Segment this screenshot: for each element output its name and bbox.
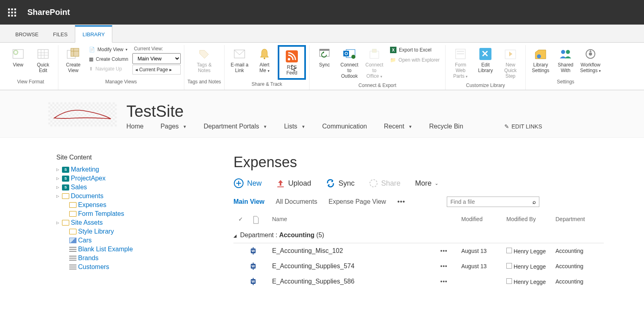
item-menu[interactable]: ••• bbox=[440, 278, 448, 285]
quick-edit-label: Quick Edit bbox=[37, 62, 50, 73]
tab-library[interactable]: LIBRARY bbox=[75, 25, 112, 43]
navigate-up-button[interactable]: ⬆Navigate Up bbox=[87, 64, 131, 73]
table-row[interactable]: E_Accounting_Supplies_574•••August 13 He… bbox=[233, 259, 604, 274]
current-page-label: Current Page bbox=[139, 67, 168, 72]
edit-library-button[interactable]: Edit Library bbox=[474, 45, 497, 75]
nav-department-portals[interactable]: Department Portals▼ bbox=[204, 123, 267, 130]
sync-action-button[interactable]: Sync bbox=[326, 179, 355, 188]
create-view-label: Create View bbox=[66, 62, 80, 73]
group-settings: Settings bbox=[557, 77, 574, 85]
edit-links[interactable]: ✎EDIT LINKS bbox=[504, 123, 542, 130]
nav-home[interactable]: Home bbox=[126, 123, 144, 130]
col-name[interactable]: Name bbox=[272, 216, 436, 225]
row-checkbox[interactable] bbox=[506, 263, 512, 269]
app-launcher[interactable] bbox=[0, 8, 24, 17]
nav-communication[interactable]: Communication bbox=[322, 123, 367, 130]
col-modified[interactable]: Modified bbox=[461, 216, 502, 225]
view-more[interactable]: ••• bbox=[397, 198, 405, 205]
table-row[interactable]: E_Accounting_Misc_102•••August 13 Henry … bbox=[233, 243, 604, 259]
svg-rect-3 bbox=[8, 11, 10, 13]
email-link-button[interactable]: E-mail a Link bbox=[228, 45, 251, 75]
more-button[interactable]: More ⌄ bbox=[415, 179, 438, 188]
svg-rect-7 bbox=[11, 14, 13, 16]
current-page-pager[interactable]: ◂Current Page▸ bbox=[132, 65, 181, 75]
table-row[interactable]: E_Accounting_Supplies_586••• Henry Legge… bbox=[233, 274, 604, 289]
view-all-docs[interactable]: All Documents bbox=[276, 198, 317, 205]
group-value: Accounting bbox=[279, 232, 314, 238]
workflow-settings-button[interactable]: Workflow Settings ▾ bbox=[579, 45, 602, 75]
svg-point-23 bbox=[288, 58, 290, 60]
view-expense-page[interactable]: Expense Page View bbox=[328, 198, 386, 205]
view-button[interactable]: View bbox=[6, 45, 30, 69]
col-modified-by[interactable]: Modified By bbox=[506, 216, 551, 225]
leftnav-documents[interactable]: ▷Documents bbox=[56, 192, 233, 201]
leftnav-style-library[interactable]: Style Library bbox=[56, 227, 233, 236]
find-file[interactable]: ⌕ bbox=[447, 197, 539, 207]
nav-lists[interactable]: Lists▼ bbox=[284, 123, 305, 130]
tab-browse[interactable]: BROWSE bbox=[8, 27, 46, 42]
rss-highlight: RSS Feed bbox=[278, 45, 306, 80]
leftnav-projectapex[interactable]: ▷SProjectApex bbox=[56, 174, 233, 183]
rss-feed-button[interactable]: RSS Feed bbox=[280, 48, 303, 77]
share-button[interactable]: Share bbox=[369, 179, 400, 188]
leftnav-form-templates[interactable]: Form Templates bbox=[56, 209, 233, 218]
svg-rect-0 bbox=[8, 8, 10, 10]
leftnav-site-assets[interactable]: ▷Site Assets bbox=[56, 218, 233, 227]
nav-recycle-bin[interactable]: Recycle Bin bbox=[429, 123, 463, 130]
nav-pages[interactable]: Pages▼ bbox=[161, 123, 187, 130]
search-icon[interactable]: ⌕ bbox=[533, 199, 536, 205]
current-view-select[interactable]: Main View bbox=[132, 53, 181, 64]
shared-with-button[interactable]: Shared With bbox=[554, 45, 577, 75]
library-actions: New Upload Sync Share More ⌄ bbox=[233, 178, 644, 188]
library-settings-icon bbox=[533, 47, 548, 61]
leftnav-sales[interactable]: ▷SSales bbox=[56, 183, 233, 192]
upload-button[interactable]: Upload bbox=[276, 179, 311, 188]
col-department[interactable]: Department bbox=[555, 216, 604, 225]
create-view-button[interactable]: Create View bbox=[62, 45, 85, 75]
picture-icon bbox=[69, 238, 76, 243]
workflow-settings-label: Workflow Settings ▾ bbox=[580, 62, 601, 74]
svg-point-41 bbox=[589, 52, 592, 56]
export-excel-button[interactable]: XExport to Excel bbox=[388, 45, 442, 55]
workflow-icon bbox=[583, 47, 598, 61]
select-all-check[interactable] bbox=[238, 216, 243, 222]
svg-rect-6 bbox=[8, 14, 10, 16]
modify-view-button[interactable]: 📄Modify View ▾ bbox=[87, 45, 131, 54]
tags-notes-button[interactable]: Tags & Notes bbox=[192, 45, 216, 75]
view-main[interactable]: Main View bbox=[233, 198, 264, 205]
find-file-input[interactable] bbox=[450, 199, 533, 205]
alert-me-button[interactable]: Alert Me ▾ bbox=[253, 45, 276, 75]
new-quick-step-button[interactable]: New Quick Step bbox=[499, 45, 522, 81]
leftnav-marketing[interactable]: ▷SMarketing bbox=[56, 165, 233, 174]
connect-outlook-button[interactable]: O Connect to Outlook bbox=[338, 45, 361, 81]
connect-office-button[interactable]: Connect to Office ▾ bbox=[363, 45, 386, 81]
leftnav-customers[interactable]: Customers bbox=[56, 263, 233, 271]
group-header[interactable]: ◢ Department : Accounting (5) bbox=[233, 228, 604, 243]
connect-office-label: Connect to Office ▾ bbox=[363, 62, 385, 79]
rss-icon bbox=[285, 49, 299, 64]
subsite-icon: S bbox=[62, 167, 69, 173]
leftnav-blank-list-example[interactable]: Blank List Example bbox=[56, 245, 233, 254]
library-settings-button[interactable]: Library Settings bbox=[529, 45, 552, 75]
sync-button[interactable]: Sync bbox=[313, 45, 336, 69]
folder-icon bbox=[69, 211, 76, 217]
open-explorer-button[interactable]: 📁Open with Explorer bbox=[388, 56, 442, 64]
leftnav-brands[interactable]: Brands bbox=[56, 254, 233, 263]
nav-recent[interactable]: Recent▼ bbox=[384, 123, 413, 130]
tab-files[interactable]: FILES bbox=[46, 27, 75, 42]
item-menu[interactable]: ••• bbox=[440, 248, 448, 254]
group-share-track: Share & Track bbox=[252, 80, 282, 87]
doc-table: Name Modified Modified By Department ◢ D… bbox=[233, 213, 604, 289]
row-checkbox[interactable] bbox=[506, 278, 512, 284]
modify-view-label: Modify View bbox=[97, 47, 123, 52]
leftnav-cars[interactable]: Cars bbox=[56, 236, 233, 245]
item-menu[interactable]: ••• bbox=[440, 263, 448, 269]
site-logo[interactable] bbox=[48, 102, 117, 126]
quick-edit-button[interactable]: Quick Edit bbox=[31, 45, 55, 75]
new-button[interactable]: New bbox=[233, 178, 262, 188]
current-view-label: Current View: bbox=[132, 45, 181, 52]
form-web-parts-button[interactable]: Form Web Parts ▾ bbox=[449, 45, 472, 81]
leftnav-expenses[interactable]: Expenses bbox=[56, 201, 233, 209]
row-checkbox[interactable] bbox=[506, 248, 512, 253]
create-column-button[interactable]: ▦Create Column bbox=[87, 55, 131, 64]
